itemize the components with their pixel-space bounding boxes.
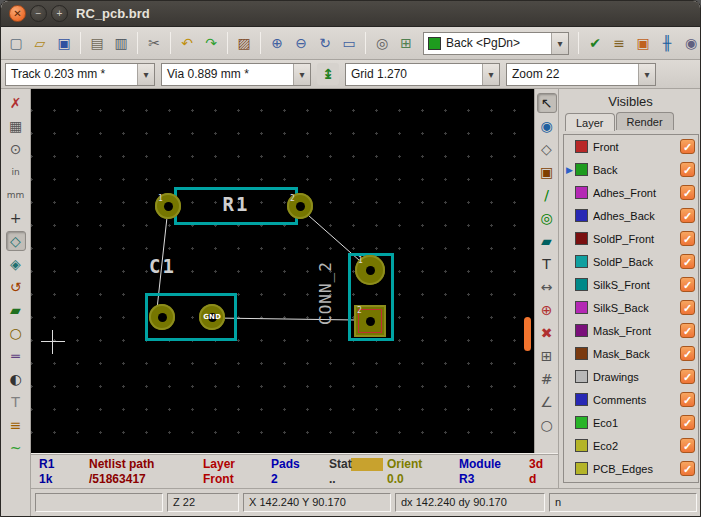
units-inches-toggle[interactable]: in xyxy=(6,162,26,182)
track-width-dropdown-arrow[interactable]: ▾ xyxy=(137,64,154,85)
layer-color-swatch[interactable] xyxy=(575,186,588,199)
units-mm-toggle[interactable]: mm xyxy=(6,185,26,205)
layer-row-mask_front[interactable]: Mask_Front✓ xyxy=(564,319,698,342)
c1-pad-1[interactable] xyxy=(149,304,175,330)
zoom-select[interactable]: Zoom 22 ▾ xyxy=(506,63,656,86)
layer-row-adhes_back[interactable]: Adhes_Back✓ xyxy=(564,204,698,227)
find-button[interactable]: ◎ xyxy=(371,32,393,54)
layer-row-front[interactable]: Front✓ xyxy=(564,135,698,158)
high-contrast-toggle[interactable]: ◐ xyxy=(6,369,26,389)
layer-visibility-checkbox[interactable]: ✓ xyxy=(680,369,695,384)
add-target-tool[interactable]: ⊕ xyxy=(537,300,557,320)
canvas-vertical-scrollbar-thumb[interactable] xyxy=(524,317,531,351)
layer-visibility-checkbox[interactable]: ✓ xyxy=(680,392,695,407)
open-board-button[interactable]: ▱ xyxy=(29,32,51,54)
plot-button[interactable]: ▨ xyxy=(233,32,255,54)
drill-origin-tool[interactable]: ⊞ xyxy=(537,346,557,366)
layer-row-back[interactable]: ▶Back✓ xyxy=(564,158,698,181)
component-r1-reference[interactable]: R1 xyxy=(174,193,298,215)
layer-row-adhes_front[interactable]: Adhes_Front✓ xyxy=(564,181,698,204)
layer-color-swatch[interactable] xyxy=(575,301,588,314)
layer-row-eco1[interactable]: Eco1✓ xyxy=(564,411,698,434)
delete-tool[interactable]: ✖ xyxy=(537,323,557,343)
pads-sketch-toggle[interactable]: ○ xyxy=(6,323,26,343)
zoom-dropdown-arrow[interactable]: ▾ xyxy=(638,64,655,85)
layer-visibility-checkbox[interactable]: ✓ xyxy=(680,277,695,292)
grid-origin-tool[interactable]: # xyxy=(537,369,557,389)
zoom-redraw-button[interactable]: ↻ xyxy=(314,32,336,54)
add-via-tool[interactable]: ◎ xyxy=(537,208,557,228)
grid-select[interactable]: Grid 1.270 ▾ xyxy=(345,63,500,86)
via-size-select[interactable]: Via 0.889 mm * ▾ xyxy=(161,63,311,86)
invisible-text-toggle[interactable]: T xyxy=(6,392,26,412)
layer-row-soldp_back[interactable]: SoldP_Back✓ xyxy=(564,250,698,273)
add-track-tool[interactable]: / xyxy=(537,185,557,205)
tab-render[interactable]: Render xyxy=(616,112,674,130)
drc-off-toggle[interactable]: ✗ xyxy=(6,93,26,113)
module-mode-button[interactable]: ▣ xyxy=(632,32,654,54)
conn2-pad-2[interactable]: 2 xyxy=(354,305,386,337)
redo-button[interactable]: ↷ xyxy=(200,32,222,54)
add-text-tool[interactable]: T xyxy=(537,254,557,274)
microwave-tools-button[interactable]: ~ xyxy=(6,438,26,458)
component-c1-reference[interactable]: C1 xyxy=(149,255,176,277)
save-board-button[interactable]: ▣ xyxy=(53,32,75,54)
layer-visibility-checkbox[interactable]: ✓ xyxy=(680,162,695,177)
layer-color-swatch[interactable] xyxy=(575,324,588,337)
r1-pad-1[interactable]: 1 xyxy=(155,193,181,219)
layer-color-swatch[interactable] xyxy=(575,255,588,268)
layer-color-swatch[interactable] xyxy=(575,209,588,222)
layer-visibility-checkbox[interactable]: ✓ xyxy=(680,231,695,246)
read-netlist-button[interactable]: ⊞ xyxy=(395,32,417,54)
layer-visibility-checkbox[interactable]: ✓ xyxy=(680,461,695,476)
layer-row-silks_back[interactable]: SilkS_Back✓ xyxy=(564,296,698,319)
new-board-button[interactable]: ▢ xyxy=(5,32,27,54)
layer-visibility-checkbox[interactable]: ✓ xyxy=(680,185,695,200)
layer-color-swatch[interactable] xyxy=(575,439,588,452)
web-docs-button[interactable]: ◉ xyxy=(680,32,701,54)
layer-color-swatch[interactable] xyxy=(575,140,588,153)
zoom-out-button[interactable]: ⊖ xyxy=(290,32,312,54)
close-button[interactable]: ✕ xyxy=(9,5,26,22)
layer-visibility-checkbox[interactable]: ✓ xyxy=(680,323,695,338)
track-mode-button[interactable]: ╫ xyxy=(656,32,678,54)
module-ratsnest-toggle[interactable]: ◈ xyxy=(6,254,26,274)
layer-row-drawings[interactable]: Drawings✓ xyxy=(564,365,698,388)
layer-color-swatch[interactable] xyxy=(575,163,588,176)
r1-pad-2[interactable]: 2 xyxy=(287,193,313,219)
layer-row-soldp_front[interactable]: SoldP_Front✓ xyxy=(564,227,698,250)
polar-coords-toggle[interactable]: ⊙ xyxy=(6,139,26,159)
drc-check-button[interactable]: ✔ xyxy=(584,32,606,54)
layer-color-swatch[interactable] xyxy=(575,462,588,475)
minimize-button[interactable]: − xyxy=(30,5,47,22)
layer-visibility-checkbox[interactable]: ✓ xyxy=(680,415,695,430)
layer-color-swatch[interactable] xyxy=(575,393,588,406)
track-width-select[interactable]: Track 0.203 mm * ▾ xyxy=(5,63,155,86)
measure-tool[interactable]: ∠ xyxy=(537,392,557,412)
zone-display-toggle[interactable]: ▰ xyxy=(6,300,26,320)
cursor-shape-toggle[interactable]: + xyxy=(6,208,26,228)
component-conn2-reference[interactable]: CONN_2 xyxy=(316,246,332,341)
auto-track-width-button[interactable]: ↨ xyxy=(317,63,339,85)
layer-row-mask_back[interactable]: Mask_Back✓ xyxy=(564,342,698,365)
pcb-canvas[interactable]: R1 1 2 C1 GND CONN_2 1 2 xyxy=(31,89,534,453)
grid-toggle[interactable]: ▦ xyxy=(6,116,26,136)
add-zone-tool[interactable]: ▰ xyxy=(537,231,557,251)
ratsnest-toggle[interactable]: ◇ xyxy=(6,231,26,251)
active-layer-dropdown-arrow[interactable]: ▾ xyxy=(551,33,568,54)
layer-visibility-checkbox[interactable]: ✓ xyxy=(680,139,695,154)
tracks-sketch-toggle[interactable]: ═ xyxy=(6,346,26,366)
zoom-select-tool[interactable]: ○ xyxy=(537,415,557,435)
conn2-pad-1[interactable]: 1 xyxy=(355,255,385,285)
zoom-fit-button[interactable]: ▭ xyxy=(338,32,360,54)
layer-row-silks_front[interactable]: SilkS_Front✓ xyxy=(564,273,698,296)
layer-color-swatch[interactable] xyxy=(575,347,588,360)
zoom-in-button[interactable]: ⊕ xyxy=(266,32,288,54)
print-board-button[interactable]: ▥ xyxy=(110,32,132,54)
layer-color-swatch[interactable] xyxy=(575,278,588,291)
layer-visibility-checkbox[interactable]: ✓ xyxy=(680,208,695,223)
layer-color-swatch[interactable] xyxy=(575,232,588,245)
layer-row-pcb_edges[interactable]: PCB_Edges✓ xyxy=(564,457,698,480)
cut-button[interactable]: ✂ xyxy=(143,32,165,54)
layer-row-comments[interactable]: Comments✓ xyxy=(564,388,698,411)
